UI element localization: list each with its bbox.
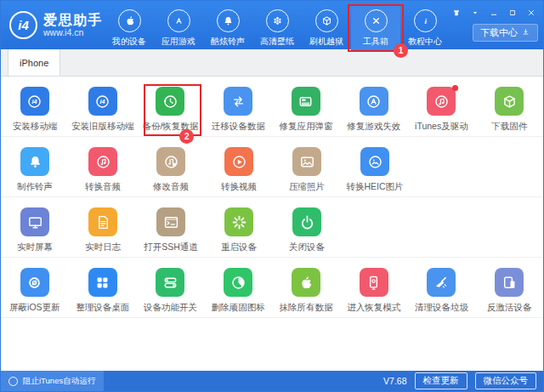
tool-label: iTunes及驱动 xyxy=(408,121,476,133)
menu-caret-icon[interactable] xyxy=(469,7,480,18)
firmware-cube-icon xyxy=(495,87,524,116)
status-bar: 阻止iTunes自动运行 V7.68 检查更新微信公众号 xyxy=(1,371,543,391)
nav-my-devices[interactable]: 我的设备 xyxy=(105,5,154,52)
tool-compress-photos[interactable]: 压缩照片 xyxy=(273,137,341,196)
tool-fix-game-invalid[interactable]: 修复游戏失效 xyxy=(340,77,408,136)
wechat-account-button[interactable]: 微信公众号 xyxy=(475,372,537,389)
nav-label: 刷机越狱 xyxy=(309,36,343,48)
tool-label: 转换HEIC图片 xyxy=(341,181,409,193)
tool-install-mobile-app[interactable]: i4安装移动端 xyxy=(1,77,69,136)
nav-label: 应用游戏 xyxy=(162,36,196,48)
i4-icon: i4 xyxy=(88,87,117,116)
tool-convert-video[interactable]: 转换视频 xyxy=(205,137,273,196)
tool-label: 进入恢复模式 xyxy=(340,302,408,314)
tool-erase-all-data[interactable]: 抹除所有数据 xyxy=(272,258,340,317)
nav-apps-games[interactable]: 应用游戏 xyxy=(154,5,203,52)
tool-shutdown-device[interactable]: 关闭设备 xyxy=(273,197,341,257)
music-note-icon xyxy=(88,147,117,176)
tool-label: 整理设备桌面 xyxy=(69,302,137,314)
nav-toolbox[interactable]: 工具箱1 xyxy=(351,5,400,52)
close-icon[interactable] xyxy=(525,7,536,18)
download-center-button[interactable]: 下载中心 xyxy=(473,24,538,42)
nav-wallpapers[interactable]: 高清壁纸 xyxy=(252,5,302,52)
tool-block-ios-update[interactable]: 屏蔽iOS更新 xyxy=(1,258,69,317)
appleid-card-icon xyxy=(292,87,320,116)
heic-photo-icon xyxy=(360,147,389,176)
shirt-icon[interactable] xyxy=(450,7,462,18)
toolbox-icon xyxy=(365,9,388,32)
tool-edit-audio[interactable]: 修改音频 xyxy=(137,137,205,196)
app-title: 爱思助手 xyxy=(43,13,103,27)
tool-label: 修复游戏失效 xyxy=(340,121,408,133)
tool-realtime-screen[interactable]: 实时屏幕 xyxy=(1,197,69,257)
tool-delete-stubborn-icons[interactable]: 删除顽固图标 xyxy=(204,258,272,317)
music-edit-icon xyxy=(156,147,185,176)
power-icon xyxy=(292,207,321,236)
tool-label: 清理设备垃圾 xyxy=(408,302,476,314)
tool-realtime-log[interactable]: 实时日志 xyxy=(69,197,137,257)
tool-label: 修改音频 xyxy=(137,181,205,193)
tool-label: 屏蔽iOS更新 xyxy=(1,302,69,314)
tool-label: 反激活设备 xyxy=(475,302,543,314)
tool-organize-desktop[interactable]: 整理设备桌面 xyxy=(69,258,137,317)
logo-text: 爱思助手 www.i4.cn xyxy=(43,13,103,37)
tool-download-firmware[interactable]: 下载固件 xyxy=(475,77,543,136)
tools-row: i4安装移动端i4安装旧版移动端备份/恢复数据2迁移设备数据修复应用弹窗修复游戏… xyxy=(1,77,543,137)
tool-device-feature-switch[interactable]: 设备功能开关 xyxy=(137,258,205,317)
tool-itunes-and-driver[interactable]: iTunes及驱动 xyxy=(408,77,476,136)
download-icon xyxy=(521,27,530,38)
window-controls xyxy=(450,7,536,18)
tools-row: 制作铃声转换音频修改音频转换视频压缩照片转换HEIC图片 xyxy=(1,137,543,197)
tool-install-old-mobile-app[interactable]: i4安装旧版移动端 xyxy=(69,77,137,136)
tools-row: 屏蔽iOS更新整理设备桌面设备功能开关删除顽固图标抹除所有数据进入恢复模式清理设… xyxy=(1,258,543,318)
tool-fix-app-popup[interactable]: 修复应用弹窗 xyxy=(272,77,340,136)
i4-icon: i4 xyxy=(20,87,49,116)
nav-label: 工具箱 xyxy=(363,36,388,48)
tool-backup-restore-data[interactable]: 备份/恢复数据2 xyxy=(137,77,205,136)
version-label: V7.68 xyxy=(383,376,406,386)
tool-label: 下载固件 xyxy=(475,121,543,133)
nav-ringtones[interactable]: 酷炫铃声 xyxy=(203,5,252,52)
tool-convert-heic[interactable]: 转换HEIC图片 xyxy=(341,137,409,196)
tool-label: 安装旧版移动端 xyxy=(69,121,137,133)
clock-pie-icon xyxy=(224,268,252,297)
tool-open-ssh-tunnel[interactable]: 打开SSH通道 xyxy=(137,197,205,257)
maximize-icon[interactable] xyxy=(507,7,518,18)
tab-iphone[interactable]: iPhone xyxy=(8,49,60,76)
radio-circle-icon xyxy=(8,377,18,386)
tool-label: 备份/恢复数据 xyxy=(137,121,205,133)
status-buttons: 检查更新微信公众号 xyxy=(415,372,537,389)
tool-reboot-device[interactable]: 重启设备 xyxy=(205,197,273,257)
header: i4 爱思助手 www.i4.cn 我的设备应用游戏酷炫铃声高清壁纸刷机越狱工具… xyxy=(1,1,543,49)
ssh-terminal-icon xyxy=(156,207,185,236)
recovery-phone-icon xyxy=(360,268,388,297)
tool-make-ringtone[interactable]: 制作铃声 xyxy=(1,137,69,196)
tool-deactivate-device[interactable]: 反激活设备 xyxy=(475,258,543,317)
block-itunes-toggle[interactable]: 阻止iTunes自动运行 xyxy=(1,371,104,391)
minimize-icon[interactable] xyxy=(488,7,499,18)
download-center-label: 下载中心 xyxy=(480,26,518,39)
appstore-check-icon xyxy=(360,87,388,116)
tool-label: 重启设备 xyxy=(205,241,273,253)
tool-convert-audio[interactable]: 转换音频 xyxy=(69,137,137,196)
nav-tutorial-center[interactable]: i教程中心 xyxy=(400,5,450,52)
tool-label: 压缩照片 xyxy=(273,181,341,193)
tool-label: 转换音频 xyxy=(69,181,137,193)
bell-icon xyxy=(217,9,240,32)
nav-label: 我的设备 xyxy=(112,36,146,48)
tool-clean-device-junk[interactable]: 清理设备垃圾 xyxy=(408,258,476,317)
status-right: V7.68 检查更新微信公众号 xyxy=(383,372,543,389)
clean-broom-icon xyxy=(427,268,456,297)
nav-label: 酷炫铃声 xyxy=(211,36,245,48)
nav-flash-jailbreak[interactable]: 刷机越狱 xyxy=(302,5,351,52)
tool-label: 安装移动端 xyxy=(1,121,69,133)
app-url: www.i4.cn xyxy=(43,27,103,37)
tool-migrate-device-data[interactable]: 迁移设备数据 xyxy=(204,77,272,136)
nav-label: 教程中心 xyxy=(408,36,442,48)
photo-icon xyxy=(292,147,321,176)
check-update-button[interactable]: 检查更新 xyxy=(415,372,468,389)
monitor-icon xyxy=(20,207,49,236)
toggles-icon xyxy=(156,268,184,297)
tool-enter-recovery-mode[interactable]: 进入恢复模式 xyxy=(340,258,408,317)
time-machine-icon xyxy=(156,87,184,116)
